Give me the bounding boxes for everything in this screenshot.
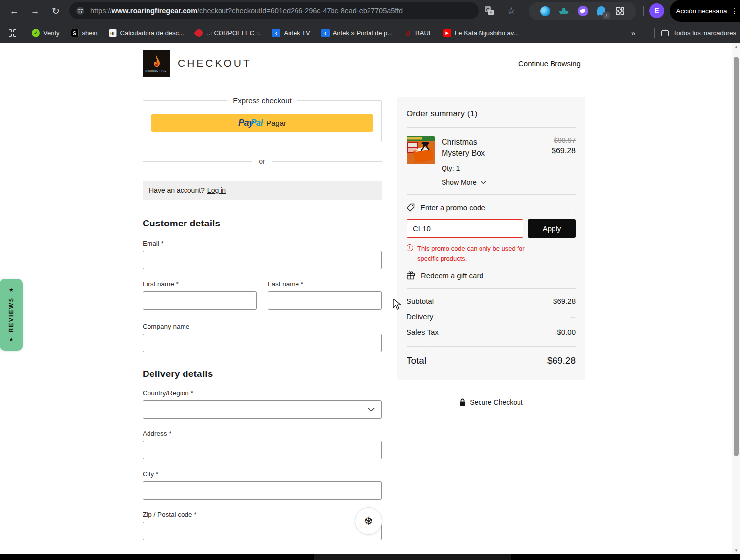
product-name: Christmas Mystery Box (442, 136, 501, 159)
extensions-pill: 7 (529, 2, 636, 20)
forward-button[interactable]: → (27, 3, 43, 20)
first-name-field[interactable] (143, 291, 257, 310)
divider (407, 127, 576, 128)
first-name-label: First name * (143, 280, 257, 288)
promo-code-link[interactable]: Enter a promo code (407, 203, 576, 212)
site-info-icon[interactable] (76, 6, 85, 15)
bookmark-calculadora[interactable]: HI Calculadora de desc... (109, 29, 184, 37)
browser-toolbar: ← → ↻ https://www.roaringfiregear.com/ch… (0, 0, 740, 22)
city-field[interactable] (143, 481, 382, 500)
star-icon: ★ (9, 287, 14, 293)
express-checkout-legend: Express checkout (227, 96, 297, 105)
checkout-form-column: Express checkout PayPal Pagar or Have an… (143, 96, 382, 540)
product-qty: Qty: 1 (442, 164, 552, 172)
bookmark-lekata[interactable]: ▶ Le Kata Nijushiho av... (443, 29, 518, 37)
product-thumbnail (407, 136, 435, 164)
paypal-action-label: Pagar (266, 119, 286, 127)
folder-icon (661, 30, 669, 36)
express-checkout-section: Express checkout PayPal Pagar (143, 96, 382, 142)
login-prompt-text: Have an account? (149, 187, 205, 194)
bookmarks-overflow-chevron[interactable]: » (631, 29, 635, 37)
last-name-field[interactable] (268, 291, 382, 310)
city-label: City * (143, 470, 382, 478)
company-name-field[interactable] (143, 334, 382, 352)
divider (407, 288, 576, 289)
reviews-tab[interactable]: ★ REVIEWS ★ (0, 279, 23, 351)
page-title: CHECKOUT (178, 57, 252, 69)
paypal-logo: PayPal (238, 118, 263, 128)
reload-button[interactable]: ↻ (47, 3, 64, 20)
bookmark-verify[interactable]: ✓ Verify (32, 29, 60, 37)
last-name-label: Last name * (268, 280, 382, 288)
extension-badge: 7 (603, 12, 610, 19)
address-bar[interactable]: https://www.roaringfiregear.com/checkout… (69, 2, 479, 19)
scrollbar-thumb[interactable] (734, 57, 739, 456)
action-required-button[interactable]: Acción necesaria ⋮ (670, 0, 740, 22)
bookmark-airtek-portal[interactable]: ‹ Airtek » Portal de p... (321, 29, 393, 37)
login-link[interactable]: Log in (207, 187, 226, 194)
bookmark-favicon (195, 29, 203, 37)
browser-chrome: ← → ↻ https://www.roaringfiregear.com/ch… (0, 0, 740, 43)
gift-card-link[interactable]: Redeem a gift card (407, 271, 576, 280)
extension-ghost-icon[interactable]: 7 (596, 6, 607, 17)
lock-icon (459, 398, 466, 406)
delivery-row: Delivery-- (407, 312, 576, 321)
bookmark-favicon: ▶ (443, 29, 451, 37)
alert-circle-icon: ! (407, 244, 413, 251)
all-bookmarks[interactable]: Todos los marcadores (652, 28, 736, 38)
profile-avatar[interactable]: E (649, 3, 664, 18)
email-label: Email * (143, 240, 382, 247)
total-row: Total$69.28 (407, 355, 576, 366)
store-logo-brand: ROARING FIRE (146, 69, 167, 72)
page-scrollbar[interactable]: ▲ ▼ (732, 43, 740, 554)
translate-icon[interactable]: GA (482, 4, 496, 18)
bookmarks-divider (24, 28, 24, 38)
extension-tag-icon[interactable] (577, 6, 588, 17)
chevron-down-icon (368, 407, 375, 412)
scroll-up-arrow[interactable]: ▲ (732, 43, 740, 50)
menu-kebab-icon[interactable]: ⋮ (731, 10, 734, 12)
promo-code-input[interactable] (407, 219, 523, 238)
bookmark-favicon: ✓ (32, 29, 40, 37)
url-text: https://www.roaringfiregear.com/checkout… (90, 7, 403, 15)
continue-browsing-link[interactable]: Continue Browsing (518, 59, 581, 68)
secure-checkout-note: Secure Checkout (397, 398, 585, 406)
flame-icon (150, 55, 163, 69)
toolbar-divider (643, 6, 644, 16)
snow-effect-toggle[interactable]: ❄ (355, 507, 382, 535)
cart-item: Christmas Mystery Box Qty: 1 Show More $… (407, 136, 576, 186)
reviews-tab-label: REVIEWS (8, 297, 15, 333)
apply-promo-button[interactable]: Apply (528, 219, 576, 238)
back-button[interactable]: ← (6, 3, 23, 20)
bookmark-favicon: ‹ (272, 29, 280, 37)
action-required-label: Acción necesaria (676, 7, 727, 15)
login-prompt: Have an account? Log in (143, 181, 382, 200)
bookmark-baul[interactable]: B BAUL (404, 29, 432, 37)
bookmark-corpoelec[interactable]: ..: CORPOELEC ::. (195, 29, 261, 37)
extension-disc-icon[interactable] (540, 6, 551, 17)
paypal-button[interactable]: PayPal Pagar (151, 114, 373, 132)
apps-grid-icon[interactable] (9, 29, 17, 37)
svg-text:A: A (489, 10, 492, 15)
bookmark-shein[interactable]: S shein (71, 29, 98, 37)
address-field[interactable] (143, 441, 382, 459)
bottom-system-bar (0, 554, 740, 560)
promo-error-message: ! This promo code can only be used for s… (407, 244, 530, 263)
extensions-puzzle-icon[interactable] (615, 6, 626, 17)
address-label: Address * (143, 430, 382, 437)
or-divider: or (143, 157, 382, 165)
email-field[interactable] (143, 251, 382, 269)
bookmark-favicon: B (404, 29, 412, 37)
bookmark-star-icon[interactable]: ☆ (504, 4, 518, 18)
sales-tax-row: Sales Tax$0.00 (407, 328, 576, 336)
extension-ship-icon[interactable] (558, 6, 569, 17)
store-logo[interactable]: ROARING FIRE (143, 50, 170, 77)
scroll-down-arrow[interactable]: ▼ (732, 547, 740, 554)
country-region-label: Country/Region * (143, 389, 382, 397)
zip-postal-field[interactable] (143, 522, 382, 540)
checkout-page: ROARING FIRE CHECKOUT Continue Browsing … (0, 43, 732, 554)
bookmark-airtek-tv[interactable]: ‹ Airtek TV (272, 29, 310, 37)
country-region-select[interactable] (143, 400, 382, 419)
order-summary-card: Order summary (1) (397, 97, 585, 380)
show-more-toggle[interactable]: Show More (442, 178, 552, 186)
